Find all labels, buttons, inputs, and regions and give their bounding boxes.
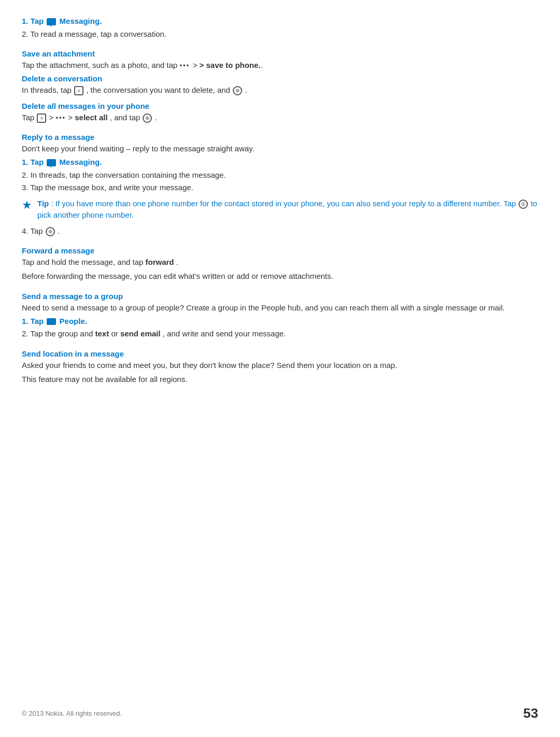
messaging-icon-1 (47, 18, 56, 25)
location-section: Send location in a message Asked your fr… (22, 349, 538, 386)
circle-icon-2: ⊗ (143, 114, 152, 123)
save-attachment-pre: Tap the attachment, such as a photo, and… (22, 61, 177, 69)
forward-note: Before forwarding the message, you can e… (22, 270, 538, 282)
forward-pre: Tap and hold the message, and tap (22, 258, 143, 266)
list-icon-2: ≡ (37, 114, 46, 123)
dots-icon-2: ••• (55, 114, 66, 121)
star-icon: ★ (22, 199, 32, 212)
forward-section: Forward a message Tap and hold the messa… (22, 246, 538, 282)
step-2: 2. To read a message, tap a conversation… (22, 29, 538, 40)
save-attachment-body: Tap the attachment, such as a photo, and… (22, 59, 538, 71)
reply-step-3: 3. Tap the message box, and write your m… (22, 182, 538, 194)
location-heading: Send location in a message (22, 349, 538, 358)
reply-step1-text: 1. Tap (22, 158, 44, 166)
group-section: Send a message to a group Need to send a… (22, 292, 538, 340)
group-step2-or: or (111, 329, 120, 338)
select-all-text: select all (75, 113, 107, 122)
circle-icon-1: ⊗ (233, 86, 242, 95)
tip-send-icon: ⑤ (519, 200, 528, 209)
reply-step-2: 2. In threads, tap the conversation cont… (22, 169, 538, 181)
forward-bold-text: forward (146, 258, 174, 266)
reply-step4-text: 4. Tap (22, 226, 43, 235)
group-step-2: 2. Tap the group and text or send email … (22, 328, 538, 340)
messaging-icon-2 (47, 159, 56, 166)
forward-period: . (176, 258, 178, 266)
page-footer: © 2013 Nokia. All rights reserved. 53 (22, 705, 538, 721)
delete-all-section: Delete all messages in your phone Tap ≡ … (22, 102, 538, 123)
delete-conv-pre: In threads, tap (22, 86, 72, 94)
delete-conversation-body: In threads, tap ≡ , the conversation you… (22, 84, 538, 96)
list-icon-1: ≡ (74, 86, 83, 95)
group-text-bold: text (95, 329, 109, 338)
page-content: 1. Tap Messaging. 2. To read a message, … (0, 0, 560, 419)
step-1: 1. Tap Messaging. (22, 16, 538, 27)
delete-all-body: Tap ≡ > ••• > select all , and tap ⊗ . (22, 111, 538, 123)
reply-step-1: 1. Tap Messaging. (22, 157, 538, 168)
step-1-number: 1. Tap (22, 17, 44, 25)
tip-label: Tip (37, 199, 49, 208)
forward-heading: Forward a message (22, 246, 538, 255)
reply-intro: Don't keep your friend waiting – reply t… (22, 143, 538, 154)
copyright-text: © 2013 Nokia. All rights reserved. (22, 710, 122, 717)
people-icon (47, 318, 56, 325)
tip-body: : If you have more than one phone number… (51, 199, 516, 208)
group-step2-pre: 2. Tap the group and (22, 329, 93, 338)
group-step-1: 1. Tap People. (22, 316, 538, 328)
group-email-bold: send email (120, 329, 161, 338)
reply-step-4: 4. Tap ⊕ . (22, 225, 538, 237)
step-1-app: Messaging. (60, 17, 102, 25)
delete-all-arrow1: > (49, 113, 56, 122)
delete-conversation-section: Delete a conversation In threads, tap ≡ … (22, 74, 538, 96)
delete-conversation-heading: Delete a conversation (22, 74, 538, 83)
location-note: This feature may not be available for al… (22, 373, 538, 385)
reply-heading: Reply to a message (22, 133, 538, 141)
location-intro: Asked your friends to come and meet you,… (22, 359, 538, 371)
step-2-text: 2. To read a message, tap a conversation… (22, 30, 166, 38)
delete-all-and: , and tap (110, 113, 143, 122)
delete-conv-end: . (245, 86, 247, 94)
group-step2-post: , and write and send your message. (163, 329, 286, 338)
reply-step4-period: . (58, 226, 60, 235)
dots-icon: ••• (179, 62, 192, 69)
save-attachment-heading: Save an attachment (22, 49, 538, 58)
group-intro: Need to send a message to a group of peo… (22, 302, 538, 314)
group-heading: Send a message to a group (22, 292, 538, 301)
reply-step1-app: Messaging. (60, 158, 102, 166)
delete-all-period: . (155, 113, 157, 122)
reply-section: Reply to a message Don't keep your frien… (22, 133, 538, 237)
save-attachment-section: Save an attachment Tap the attachment, s… (22, 49, 538, 71)
send-circle-icon: ⊕ (46, 227, 55, 236)
delete-all-tap: Tap (22, 113, 36, 122)
delete-conv-mid: , the conversation you want to delete, a… (86, 86, 230, 94)
delete-all-arrow2: > (68, 113, 75, 122)
forward-body: Tap and hold the message, and tap forwar… (22, 256, 538, 268)
reply-step2-text: 2. In threads, tap the conversation cont… (22, 171, 226, 179)
tip-content: Tip : If you have more than one phone nu… (37, 198, 538, 221)
group-step1-text: 1. Tap (22, 317, 44, 325)
group-step1-app: People. (60, 317, 87, 325)
tip-box: ★ Tip : If you have more than one phone … (22, 198, 538, 221)
save-attachment-post: > > save to phone.. (193, 61, 263, 69)
page-number: 53 (523, 705, 538, 721)
reply-step3-text: 3. Tap the message box, and write your m… (22, 183, 193, 192)
delete-all-heading: Delete all messages in your phone (22, 102, 538, 110)
